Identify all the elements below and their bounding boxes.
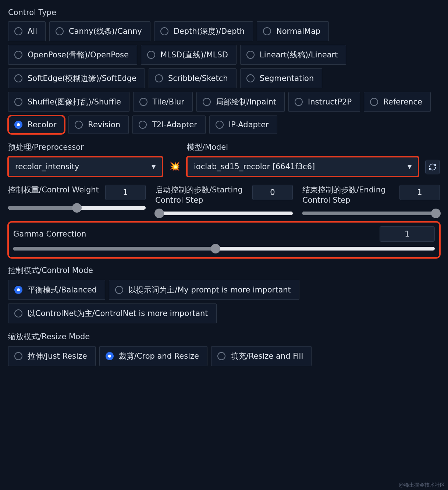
radio-icon [160,27,168,35]
control-type-group-option-canny-canny[interactable]: Canny(线条)/Canny [49,21,150,41]
starting-step-value[interactable]: 0 [252,185,293,200]
resize-mode-group-option-crop-and-resize[interactable]: 裁剪/Crop and Resize [99,346,207,366]
resize-mode-label: 缩放模式/Resize Mode [8,331,440,342]
model-dropdown[interactable]: ioclab_sd15_recolor [6641f3c6] ▼ [187,157,419,177]
refresh-icon [429,163,437,171]
control-type-group-option-mlsd-mlsd[interactable]: MLSD(直线)/MLSD [141,45,237,65]
radio-icon [14,352,22,360]
slider-thumb[interactable] [431,209,441,218]
slider-fill [8,206,77,210]
ending-step-label: 结束控制的步数/Ending Control Step [302,185,394,206]
radio-icon [14,27,22,35]
refresh-button[interactable] [425,160,440,174]
radio-icon [139,121,147,129]
control-type-group: AllCanny(线条)/CannyDepth(深度)/DepthNormalM… [8,21,440,134]
preprocessor-dropdown[interactable]: recolor_intensity ▼ [8,157,163,177]
radio-icon [139,98,147,106]
radio-icon [217,352,225,360]
radio-label: Tile/Blur [153,97,184,106]
preprocessor-value: recolor_intensity [15,162,79,171]
control-type-group-option-segmentation[interactable]: Segmentation [240,68,323,88]
gamma-slider[interactable] [13,247,435,251]
ending-step-block: 结束控制的步数/Ending Control Step 1 [302,185,440,215]
control-type-group-option-normalmap[interactable]: NormalMap [257,21,329,41]
radio-label: InstructP2P [308,97,352,106]
starting-step-label: 启动控制的步数/Starting Control Step [155,185,247,206]
control-type-group-option-all[interactable]: All [8,21,46,41]
control-type-group-option-lineart-lineart[interactable]: Lineart(线稿)/Lineart [240,45,346,65]
slider-thumb[interactable] [211,244,220,253]
slider-thumb[interactable] [72,203,82,213]
starting-step-slider[interactable] [155,212,293,215]
radio-icon [370,98,378,106]
radio-label: 裁剪/Crop and Resize [119,351,199,361]
radio-icon [56,27,64,35]
control-weight-block: 控制权重/Control Weight 1 [8,185,146,215]
control-weight-label: 控制权重/Control Weight [8,185,100,195]
control-type-label: Control Type [8,8,440,17]
control-mode-label: 控制模式/Control Mode [8,265,440,276]
radio-icon [263,27,271,35]
control-weight-value[interactable]: 1 [105,185,146,200]
radio-label: Canny(线条)/Canny [69,26,142,36]
radio-icon [216,121,224,129]
slider-fill [302,212,440,215]
control-type-group-option-revision[interactable]: Revision [68,116,129,134]
explosion-icon[interactable]: 💥 [169,161,180,177]
radio-label: SoftEdge(模糊边缘)/SoftEdge [28,73,136,84]
control-type-group-option-ip-adapter[interactable]: IP-Adapter [209,116,277,134]
control-type-group-option-depth-depth[interactable]: Depth(深度)/Depth [154,21,253,41]
control-type-group-option-tile-blur[interactable]: Tile/Blur [133,92,193,112]
radio-icon [295,98,303,106]
preprocessor-label: 预处理/Preprocessor [8,142,163,152]
control-type-group-option-scribble-sketch[interactable]: Scribble/Sketch [149,68,237,88]
radio-label: NormalMap [276,27,320,36]
control-mode-group-option-my-prompt-is-more-important[interactable]: 以提示词为主/My prompt is more important [109,280,299,300]
model-value: ioclab_sd15_recolor [6641f3c6] [194,162,315,171]
control-type-group-option-recolor[interactable]: Recolor [8,116,65,134]
radio-icon [203,98,211,106]
radio-label: Recolor [28,120,56,129]
radio-label: Depth(深度)/Depth [174,26,245,36]
radio-label: 以提示词为主/My prompt is more important [128,285,291,295]
radio-label: Shuffle(图像打乱)/Shuffle [28,97,121,107]
radio-icon [14,74,22,82]
radio-icon [14,286,22,294]
radio-label: Reference [383,97,422,106]
radio-label: Scribble/Sketch [168,74,228,83]
radio-label: OpenPose(骨骼)/OpenPose [28,50,129,60]
radio-label: T2I-Adapter [152,120,197,129]
control-type-group-option-softedge-softedge[interactable]: SoftEdge(模糊边缘)/SoftEdge [8,68,145,88]
radio-label: 填充/Resize and Fill [231,351,303,361]
control-type-group-option-openpose-openpose[interactable]: OpenPose(骨骼)/OpenPose [8,45,137,65]
control-type-group-option-t2i-adapter[interactable]: T2I-Adapter [132,116,206,134]
radio-icon [14,121,22,129]
control-mode-group: 平衡模式/Balanced以提示词为主/My prompt is more im… [8,280,440,323]
control-weight-slider[interactable] [8,206,146,210]
radio-icon [155,74,163,82]
radio-label: IP-Adapter [229,120,269,129]
radio-icon [246,74,255,82]
gamma-value[interactable]: 1 [380,226,435,242]
radio-label: Revision [88,120,120,129]
control-mode-group-option-controlnet-controlnet-is-more-[interactable]: 以ControlNet为主/ControlNet is more importa… [8,303,217,323]
control-type-group-option-shuffle-shuffle[interactable]: Shuffle(图像打乱)/Shuffle [8,92,129,112]
starting-step-block: 启动控制的步数/Starting Control Step 0 [155,185,293,215]
radio-label: 拉伸/Just Resize [28,351,87,361]
chevron-down-icon: ▼ [408,164,412,170]
radio-icon [147,51,155,59]
control-mode-group-option-balanced[interactable]: 平衡模式/Balanced [8,280,105,300]
radio-icon [75,121,83,129]
control-type-group-option-reference[interactable]: Reference [364,92,431,112]
control-type-group-option-inpaint[interactable]: 局部绘制/Inpaint [196,92,285,112]
resize-mode-group-option-resize-and-fill[interactable]: 填充/Resize and Fill [211,346,312,366]
ending-step-slider[interactable] [302,212,440,215]
control-type-group-option-instructp2p[interactable]: InstructP2P [288,92,360,112]
resize-mode-group: 拉伸/Just Resize裁剪/Crop and Resize填充/Resiz… [8,346,440,366]
ending-step-value[interactable]: 1 [399,185,440,200]
slider-thumb[interactable] [154,209,164,218]
resize-mode-group-option-just-resize[interactable]: 拉伸/Just Resize [8,346,96,366]
radio-label: 局部绘制/Inpaint [216,97,276,107]
radio-label: Segmentation [260,74,314,83]
radio-icon [14,51,22,59]
